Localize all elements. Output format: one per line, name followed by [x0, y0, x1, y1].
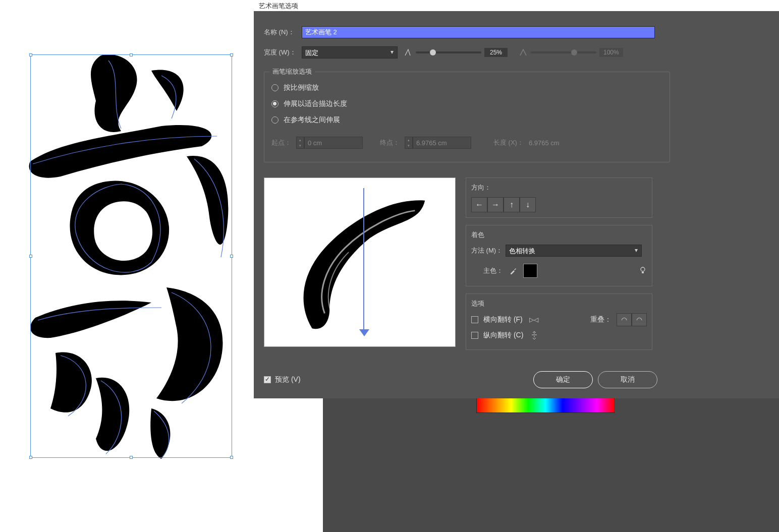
resize-handle[interactable]	[29, 456, 32, 459]
width-percent-1[interactable]: 25%	[484, 48, 508, 57]
ok-button[interactable]: 确定	[533, 371, 593, 388]
colorization-group: 着色 方法 (M)： 色相转换 主色：	[466, 225, 652, 286]
arrow-head-icon	[359, 329, 369, 336]
resize-handle[interactable]	[230, 456, 233, 459]
length-label: 长度 (X)：	[493, 138, 524, 147]
end-label: 终点：	[380, 138, 400, 147]
eyedropper-icon[interactable]	[508, 266, 518, 276]
scale-guides-radio[interactable]: 在参考线之间伸展	[271, 115, 340, 125]
selection-bounding-box[interactable]	[30, 54, 232, 458]
start-spinner: ▴▾	[296, 137, 363, 149]
width-mode-select[interactable]: 固定	[302, 46, 398, 58]
width-percent-2: 100%	[599, 48, 623, 57]
width-slider-2	[531, 51, 596, 53]
options-title: 选项	[471, 299, 647, 308]
resize-handle[interactable]	[130, 53, 133, 56]
width-slider-1[interactable]	[416, 51, 481, 53]
scale-proportional-radio[interactable]: 按比例缩放	[271, 83, 319, 92]
direction-group: 方向： ← → ↑ ↓	[466, 178, 652, 218]
flip-horizontal-icon: ▷◁	[528, 315, 540, 325]
overlap-option-1-button[interactable]: ◠	[617, 313, 632, 326]
overlap-label: 重叠：	[590, 315, 611, 324]
cancel-button[interactable]: 取消	[598, 371, 657, 388]
width-min-icon	[404, 48, 413, 57]
svg-point-0	[641, 267, 645, 271]
color-spectrum-strip[interactable]	[476, 397, 615, 413]
length-value: 6.9765 cm	[529, 139, 560, 147]
colorization-title: 着色	[471, 230, 647, 240]
scale-group-title: 画笔缩放选项	[269, 67, 315, 76]
dialog-title: 艺术画笔选项	[259, 2, 298, 11]
name-label: 名称 (N)：	[264, 28, 302, 37]
direction-right-button[interactable]: →	[487, 197, 504, 212]
tips-bulb-icon[interactable]	[639, 266, 647, 276]
options-group: 选项 横向翻转 (F) ▷◁ 重叠： ◠ ◠ 纵向翻转 (C)	[466, 293, 652, 350]
direction-down-button[interactable]: ↓	[520, 197, 536, 212]
brush-name-input[interactable]	[302, 26, 655, 38]
direction-up-button[interactable]: ↑	[504, 197, 520, 212]
flip-vertical-icon	[528, 330, 540, 340]
start-label: 起点：	[271, 138, 291, 147]
resize-handle[interactable]	[29, 53, 32, 56]
preview-label: 预览 (V)	[275, 375, 301, 384]
width-max-icon	[519, 48, 528, 57]
end-spinner: ▴▾	[405, 137, 471, 149]
flip-vertical-checkbox[interactable]	[471, 332, 478, 339]
art-brush-options-dialog: 艺术画笔选项 名称 (N)： 宽度 (W)： 固定 25%	[254, 0, 779, 398]
direction-title: 方向：	[471, 183, 647, 192]
brush-scale-options-group: 画笔缩放选项 按比例缩放 伸展以适合描边长度 在参考线之间伸展 起点： ▴▾ 终…	[264, 72, 670, 162]
resize-handle[interactable]	[230, 255, 233, 258]
direction-arrow-icon	[363, 188, 364, 334]
preview-checkbox[interactable]	[264, 376, 271, 383]
resize-handle[interactable]	[230, 53, 233, 56]
brush-preview	[264, 178, 456, 347]
keycolor-label: 主色：	[483, 266, 503, 275]
svg-rect-1	[642, 272, 644, 273]
width-label: 宽度 (W)：	[264, 48, 302, 57]
colorization-method-select[interactable]: 色相转换	[506, 245, 642, 257]
dialog-titlebar[interactable]: 艺术画笔选项	[254, 0, 779, 11]
resize-handle[interactable]	[130, 456, 133, 459]
resize-handle[interactable]	[29, 255, 32, 258]
scale-stretch-radio[interactable]: 伸展以适合描边长度	[271, 99, 347, 108]
direction-left-button[interactable]: ←	[471, 197, 487, 212]
keycolor-swatch[interactable]	[523, 264, 537, 278]
flip-horizontal-checkbox[interactable]	[471, 316, 478, 323]
overlap-option-2-button[interactable]: ◠	[632, 313, 647, 326]
method-label: 方法 (M)：	[471, 246, 503, 255]
